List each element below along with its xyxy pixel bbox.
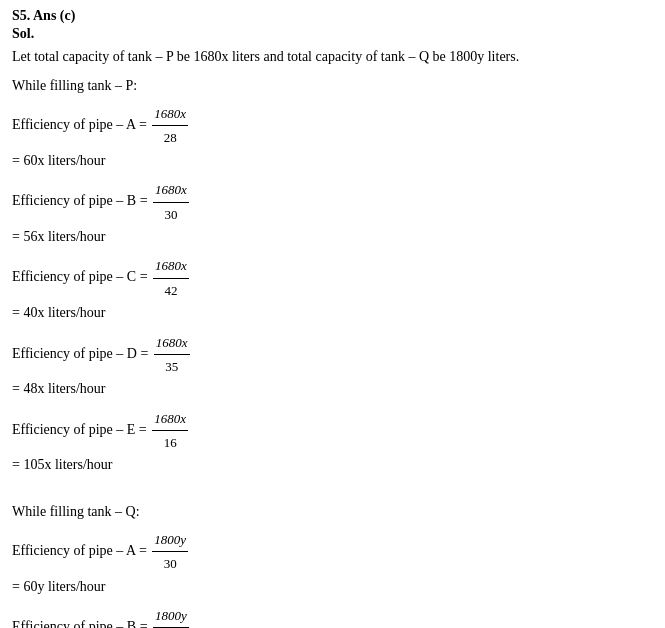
pipe-p-c-fraction: 1680x 42 bbox=[153, 254, 189, 302]
answer-header: S5. Ans (c) Sol. Let total capacity of t… bbox=[12, 8, 653, 67]
pipe-p-d-fraction: 1680x 35 bbox=[154, 331, 190, 379]
pipe-p-a: Efficiency of pipe – A = 1680x 28 = 60x … bbox=[12, 102, 653, 172]
pipe-p-b: Efficiency of pipe – B = 1680x 30 = 56x … bbox=[12, 178, 653, 248]
pipe-q-b: Efficiency of pipe – B = 1800y 24 = 75y … bbox=[12, 604, 653, 628]
intro-text: Let total capacity of tank – P be 1680x … bbox=[12, 46, 653, 67]
pipe-p-b-label: Efficiency of pipe – B = bbox=[12, 193, 151, 208]
pipe-q-a-label: Efficiency of pipe – A = bbox=[12, 543, 150, 558]
pipe-p-a-label: Efficiency of pipe – A = bbox=[12, 117, 150, 132]
pipe-p-e-label: Efficiency of pipe – E = bbox=[12, 422, 150, 437]
pipe-p-a-result: = 60x liters/hour bbox=[12, 150, 653, 172]
pipe-p-e-result: = 105x liters/hour bbox=[12, 454, 653, 476]
section-q: While filling tank – Q: Efficiency of pi… bbox=[12, 501, 653, 628]
pipe-p-c-result: = 40x liters/hour bbox=[12, 302, 653, 324]
pipe-q-b-label: Efficiency of pipe – B = bbox=[12, 619, 151, 628]
pipe-p-d: Efficiency of pipe – D = 1680x 35 = 48x … bbox=[12, 331, 653, 401]
pipe-p-c: Efficiency of pipe – C = 1680x 42 = 40x … bbox=[12, 254, 653, 324]
answer-title: S5. Ans (c) bbox=[12, 8, 653, 24]
pipe-q-a-result: = 60y liters/hour bbox=[12, 576, 653, 598]
pipe-q-a: Efficiency of pipe – A = 1800y 30 = 60y … bbox=[12, 528, 653, 598]
pipe-q-b-fraction: 1800y 24 bbox=[153, 604, 189, 628]
pipe-q-a-fraction: 1800y 30 bbox=[152, 528, 188, 576]
pipe-p-c-label: Efficiency of pipe – C = bbox=[12, 269, 151, 284]
pipe-p-a-fraction: 1680x 28 bbox=[152, 102, 188, 150]
sol-label: Sol. bbox=[12, 26, 653, 42]
pipe-p-e-fraction: 1680x 16 bbox=[152, 407, 188, 455]
pipe-p-b-result: = 56x liters/hour bbox=[12, 226, 653, 248]
pipe-p-d-result: = 48x liters/hour bbox=[12, 378, 653, 400]
pipe-p-b-fraction: 1680x 30 bbox=[153, 178, 189, 226]
section-p: While filling tank – P: Efficiency of pi… bbox=[12, 75, 653, 477]
pipe-p-e: Efficiency of pipe – E = 1680x 16 = 105x… bbox=[12, 407, 653, 477]
pipe-p-d-label: Efficiency of pipe – D = bbox=[12, 346, 152, 361]
section-p-title: While filling tank – P: bbox=[12, 75, 653, 96]
section-q-title: While filling tank – Q: bbox=[12, 501, 653, 522]
